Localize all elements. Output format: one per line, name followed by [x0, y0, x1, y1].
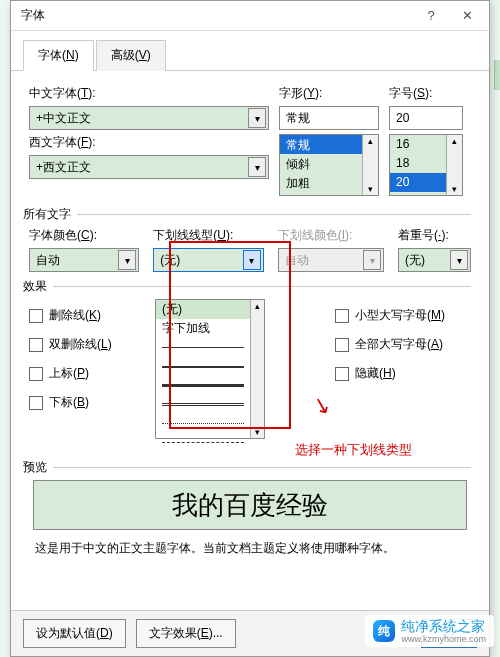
font-size-list[interactable]: 16 18 20 ▴▾ [389, 134, 463, 196]
checkbox-box [335, 338, 349, 352]
underline-color-combo: 自动 ▾ [278, 248, 384, 272]
help-button[interactable]: ? [413, 4, 449, 28]
dialog-content: 中文字体(T): +中文正文 ▾ 字形(Y): 常规 字号(S): [11, 71, 489, 575]
underline-color-label: 下划线颜色(I): [278, 227, 384, 244]
chevron-down-icon: ▾ [243, 250, 261, 270]
checkbox-box [335, 367, 349, 381]
underline-style-label: 下划线线型(U): [153, 227, 263, 244]
list-item[interactable] [156, 357, 264, 376]
preview-box: 我的百度经验 [33, 480, 467, 530]
checkbox-box [29, 309, 43, 323]
chevron-down-icon: ▾ [248, 108, 266, 128]
chevron-down-icon: ▾ [248, 157, 266, 177]
western-font-combo[interactable]: +西文正文 ▾ [29, 155, 269, 179]
font-size-label: 字号(S): [389, 85, 463, 102]
all-text-section-label: 所有文字 [23, 206, 71, 223]
smallcaps-checkbox[interactable]: 小型大写字母(M) [335, 307, 445, 324]
list-item[interactable] [156, 338, 264, 357]
preview-text: 我的百度经验 [172, 488, 328, 523]
watermark-logo-icon: 纯 [373, 620, 395, 642]
list-item[interactable] [156, 395, 264, 414]
chevron-down-icon: ▾ [363, 250, 381, 270]
checkbox-box [335, 309, 349, 323]
scrollbar[interactable]: ▴▾ [250, 300, 264, 438]
list-item[interactable]: (无) [156, 300, 264, 319]
font-style-list[interactable]: 常规 倾斜 加粗 ▴▾ [279, 134, 379, 196]
titlebar: 字体 ? ✕ [11, 1, 489, 31]
superscript-checkbox[interactable]: 上标(P) [29, 365, 155, 382]
preview-note: 这是用于中文的正文主题字体。当前文档主题定义将使用哪种字体。 [29, 538, 471, 567]
underline-style-dropdown[interactable]: (无) 字下加线 ▴▾ [155, 299, 265, 439]
font-style-value: 常规 [286, 110, 310, 127]
western-font-value: +西文正文 [36, 159, 91, 176]
tab-strip: 字体(N) 高级(V) [11, 31, 489, 71]
list-item[interactable]: 字下加线 [156, 319, 264, 338]
underline-style-combo[interactable]: (无) ▾ [153, 248, 263, 272]
scrollbar[interactable]: ▴▾ [362, 135, 378, 195]
tab-font[interactable]: 字体(N) [23, 40, 94, 71]
emphasis-combo[interactable]: (无) ▾ [398, 248, 471, 272]
close-button[interactable]: ✕ [449, 4, 485, 28]
tab-advanced[interactable]: 高级(V) [96, 40, 166, 71]
font-size-value: 20 [396, 111, 409, 125]
font-color-label: 字体颜色(C): [29, 227, 139, 244]
watermark: 纯 纯净系统之家 www.kzmyhome.com [365, 615, 494, 647]
divider [77, 214, 471, 215]
effects-section-label: 效果 [23, 278, 47, 295]
divider [53, 467, 471, 468]
watermark-url: www.kzmyhome.com [401, 634, 486, 644]
font-color-combo[interactable]: 自动 ▾ [29, 248, 139, 272]
double-strike-checkbox[interactable]: 双删除线(L) [29, 336, 155, 353]
list-item[interactable] [156, 433, 264, 452]
emphasis-label: 着重号(·): [398, 227, 471, 244]
strike-checkbox[interactable]: 删除线(K) [29, 307, 155, 324]
checkbox-box [29, 396, 43, 410]
font-style-input[interactable]: 常规 [279, 106, 379, 130]
chinese-font-value: +中文正文 [36, 110, 91, 127]
checkbox-box [29, 367, 43, 381]
watermark-brand: 纯净系统之家 [401, 618, 485, 634]
dialog-title: 字体 [21, 7, 45, 24]
allcaps-checkbox[interactable]: 全部大写字母(A) [335, 336, 445, 353]
preview-section-label: 预览 [23, 459, 47, 476]
font-dialog: 字体 ? ✕ 字体(N) 高级(V) 中文字体(T): +中文正文 ▾ [10, 0, 490, 657]
divider [53, 286, 471, 287]
window-controls: ? ✕ [413, 4, 485, 28]
background-fragment [494, 60, 500, 90]
hidden-checkbox[interactable]: 隐藏(H) [335, 365, 445, 382]
annotation-text: 选择一种下划线类型 [295, 441, 412, 459]
chevron-down-icon: ▾ [118, 250, 136, 270]
list-item[interactable] [156, 376, 264, 395]
chinese-font-label: 中文字体(T): [29, 85, 269, 102]
set-default-button[interactable]: 设为默认值(D) [23, 619, 126, 648]
chevron-down-icon: ▾ [450, 250, 468, 270]
subscript-checkbox[interactable]: 下标(B) [29, 394, 155, 411]
western-font-label: 西文字体(F): [29, 134, 269, 151]
chinese-font-combo[interactable]: +中文正文 ▾ [29, 106, 269, 130]
list-item[interactable] [156, 414, 264, 433]
text-effects-button[interactable]: 文字效果(E)... [136, 619, 236, 648]
font-style-label: 字形(Y): [279, 85, 379, 102]
checkbox-box [29, 338, 43, 352]
font-size-input[interactable]: 20 [389, 106, 463, 130]
scrollbar[interactable]: ▴▾ [446, 135, 462, 195]
